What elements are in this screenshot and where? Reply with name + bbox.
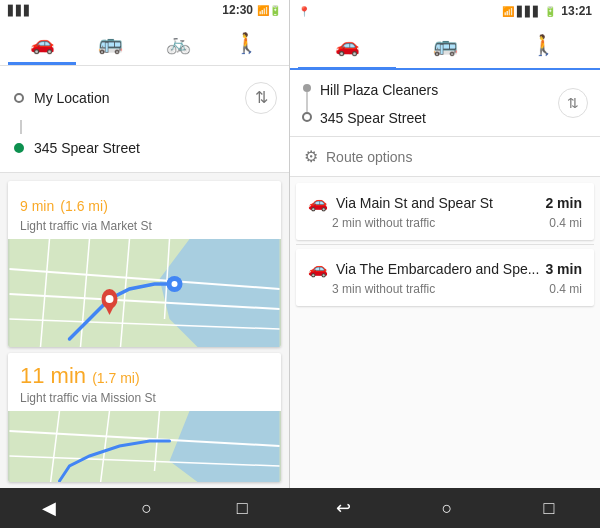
left-to-dot bbox=[14, 143, 24, 153]
right-route-name-row-2: 🚗 Via The Embarcadero and Spe... bbox=[308, 259, 539, 278]
right-car-icon-1: 🚗 bbox=[308, 193, 328, 212]
right-walk-tab-icon: 🚶 bbox=[531, 33, 556, 57]
svg-point-12 bbox=[106, 295, 114, 303]
right-route-dist-1: 0.4 mi bbox=[549, 216, 582, 230]
right-route-time-1: 2 min bbox=[545, 195, 582, 211]
left-battery-icon: 🔋 bbox=[269, 5, 281, 16]
left-back-button[interactable]: ◀ bbox=[42, 497, 56, 519]
left-route-card-2[interactable]: 11 min (1.7 mi) Light traffic via Missio… bbox=[8, 353, 281, 482]
svg-marker-15 bbox=[170, 411, 280, 482]
left-screen: ▋▋▋ 12:30 📶 🔋 🚗 🚌 🚲 🚶 My bbox=[0, 0, 290, 488]
left-recent-button[interactable]: □ bbox=[237, 498, 248, 519]
left-transport-tabs: 🚗 🚌 🚲 🚶 bbox=[0, 21, 289, 66]
right-screen: 📍 📶 ▋▋▋ 🔋 13:21 🚗 🚌 🚶 bbox=[290, 0, 600, 488]
right-transit-tab-icon: 🚌 bbox=[433, 33, 458, 57]
right-recent-button[interactable]: □ bbox=[544, 498, 555, 519]
right-wifi-icon: 📶 bbox=[502, 6, 514, 17]
right-route-bottom-1: 2 min without traffic 0.4 mi bbox=[308, 216, 582, 230]
right-time: 13:21 bbox=[561, 4, 592, 18]
left-wifi-icon: 📶 bbox=[257, 5, 269, 16]
right-route-result-1[interactable]: 🚗 Via Main St and Spear St 2 min 2 min w… bbox=[296, 183, 594, 240]
left-route-time-2: 11 min (1.7 mi) bbox=[20, 363, 269, 389]
left-tab-walk[interactable]: 🚶 bbox=[213, 21, 281, 65]
left-car-tab-icon: 🚗 bbox=[30, 31, 55, 55]
left-transit-tab-icon: 🚌 bbox=[98, 31, 123, 55]
right-transport-tabs: 🚗 🚌 🚶 bbox=[290, 22, 600, 70]
right-route-name-2: Via The Embarcadero and Spe... bbox=[336, 261, 539, 277]
left-map-1 bbox=[8, 239, 281, 347]
left-bike-tab-icon: 🚲 bbox=[166, 31, 191, 55]
right-signal-icon: ▋▋▋ bbox=[517, 6, 541, 17]
right-to-text: 345 Spear Street bbox=[320, 108, 550, 126]
right-tab-walk[interactable]: 🚶 bbox=[494, 22, 592, 68]
right-route-result-2[interactable]: 🚗 Via The Embarcadero and Spe... 3 min 3… bbox=[296, 249, 594, 306]
left-tab-transit[interactable]: 🚌 bbox=[76, 21, 144, 65]
right-route-name-row-1: 🚗 Via Main St and Spear St bbox=[308, 193, 493, 212]
left-route-time-1: 9 min (1.6 mi) bbox=[20, 191, 269, 217]
left-signal-icon: ▋▋▋ bbox=[8, 5, 32, 16]
right-route-dist-2: 0.4 mi bbox=[549, 282, 582, 296]
left-route-card-1[interactable]: 9 min (1.6 mi) Light traffic via Market … bbox=[8, 181, 281, 347]
right-tab-car[interactable]: 🚗 bbox=[298, 22, 396, 68]
right-tab-transit[interactable]: 🚌 bbox=[396, 22, 494, 68]
right-route-sub-2: 3 min without traffic bbox=[332, 282, 435, 296]
right-home-button[interactable]: ○ bbox=[442, 498, 453, 519]
right-route-divider bbox=[296, 244, 594, 245]
right-route-time-2: 3 min bbox=[545, 261, 582, 277]
right-car-icon-2: 🚗 bbox=[308, 259, 328, 278]
right-car-tab-icon: 🚗 bbox=[335, 33, 360, 57]
left-from-dot bbox=[14, 93, 24, 103]
right-from-dot bbox=[303, 84, 311, 92]
right-status-icons: 📶 ▋▋▋ 🔋 13:21 bbox=[502, 4, 592, 18]
right-battery-icon: 🔋 bbox=[544, 6, 556, 17]
right-route-name-1: Via Main St and Spear St bbox=[336, 195, 493, 211]
left-time: 12:30 bbox=[222, 3, 253, 17]
route-options-text: Route options bbox=[326, 149, 412, 165]
left-tab-bike[interactable]: 🚲 bbox=[145, 21, 213, 65]
right-location-pin: 📍 bbox=[298, 6, 310, 17]
left-tab-car[interactable]: 🚗 bbox=[8, 21, 76, 65]
right-nav-bar: ↩ ○ □ bbox=[290, 488, 600, 528]
right-swap-button[interactable]: ⇅ bbox=[558, 88, 588, 118]
left-to-text: 345 Spear Street bbox=[34, 140, 277, 156]
right-reply-button[interactable]: ↩ bbox=[336, 497, 351, 519]
route-options-icon: ⚙ bbox=[304, 147, 318, 166]
right-route-options[interactable]: ⚙ Route options bbox=[290, 137, 600, 177]
right-loc-texts: Hill Plaza Cleaners 345 Spear Street bbox=[320, 80, 550, 126]
left-from-row: My Location ⇅ bbox=[12, 76, 277, 120]
right-route-top-1: 🚗 Via Main St and Spear St 2 min bbox=[308, 193, 582, 212]
right-to-dot bbox=[302, 112, 312, 122]
right-route-sub-1: 2 min without traffic bbox=[332, 216, 435, 230]
left-home-button[interactable]: ○ bbox=[141, 498, 152, 519]
right-locations: Hill Plaza Cleaners 345 Spear Street ⇅ bbox=[290, 70, 600, 137]
left-status-bar: ▋▋▋ 12:30 📶 🔋 bbox=[0, 0, 289, 21]
left-walk-tab-icon: 🚶 bbox=[234, 31, 259, 55]
right-loc-dots bbox=[302, 80, 312, 126]
left-locations: My Location ⇅ 345 Spear Street bbox=[0, 66, 289, 173]
right-status-bar: 📍 📶 ▋▋▋ 🔋 13:21 bbox=[290, 0, 600, 22]
left-route-line bbox=[20, 120, 22, 134]
bottom-nav-container: ◀ ○ □ ↩ ○ □ bbox=[0, 488, 600, 528]
left-status-left: ▋▋▋ bbox=[8, 5, 32, 16]
right-route-bottom-2: 3 min without traffic 0.4 mi bbox=[308, 282, 582, 296]
left-swap-button[interactable]: ⇅ bbox=[245, 82, 277, 114]
left-to-row: 345 Spear Street bbox=[12, 134, 277, 162]
right-loc-line bbox=[306, 92, 308, 112]
left-route-via-1: Light traffic via Market St bbox=[20, 219, 269, 233]
svg-point-10 bbox=[172, 281, 178, 287]
left-route-info-1: 9 min (1.6 mi) Light traffic via Market … bbox=[8, 181, 281, 239]
left-nav-bar: ◀ ○ □ bbox=[0, 488, 290, 528]
left-from-text: My Location bbox=[34, 90, 235, 106]
right-route-top-2: 🚗 Via The Embarcadero and Spe... 3 min bbox=[308, 259, 582, 278]
left-route-via-2: Light traffic via Mission St bbox=[20, 391, 269, 405]
left-map-2 bbox=[8, 411, 281, 482]
right-from-text: Hill Plaza Cleaners bbox=[320, 80, 550, 108]
left-route-info-2: 11 min (1.7 mi) Light traffic via Missio… bbox=[8, 353, 281, 411]
